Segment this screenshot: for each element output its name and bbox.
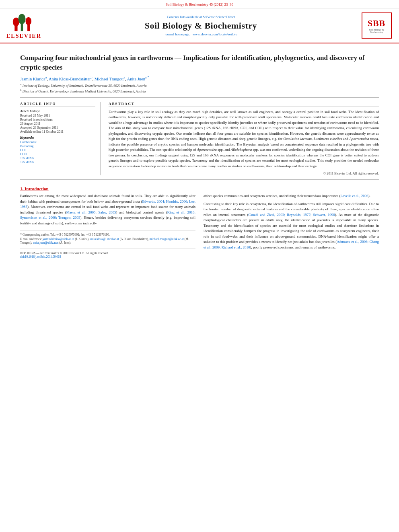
body-col-right: affect species communities and ecosystem… — [204, 193, 379, 261]
top-bar: Soil Biology & Biochemistry 45 (2012) 23… — [0, 0, 399, 8]
kw-lumbricidae[interactable]: Lumbricidae — [20, 140, 95, 144]
sciverse-line: Contents lists available at SciVerse Sci… — [41, 15, 360, 19]
affil-a-2: a — [123, 76, 125, 79]
intro-heading: 1. Introduction — [20, 186, 379, 191]
bottom-copyright: 0038-0717/$ — see front matter © 2011 El… — [20, 251, 195, 255]
authors-line: Jasmin Klaricaa, Anita Kloss-Brandstätte… — [20, 76, 379, 81]
affil-a-star: a,* — [145, 76, 149, 79]
author-anita-k: Anita Kloss-Brandstätter — [49, 76, 91, 81]
homepage-url[interactable]: www.elsevier.com/locate/soilbio — [193, 32, 237, 36]
affiliation-a: a Institute of Ecology, University of In… — [20, 83, 379, 88]
article-body-two-col: ARTICLE INFO Article history: Received 2… — [20, 102, 379, 176]
history-revised: Received in revised form — [20, 118, 95, 121]
kw-barcoding[interactable]: Barcoding — [20, 144, 95, 148]
abstract-text: Earthworms play a key role in soil ecolo… — [109, 109, 379, 169]
history-label: Article history: — [20, 109, 95, 113]
homepage-line: journal homepage: www.elsevier.com/locat… — [41, 32, 360, 36]
abstract-col: ABSTRACT Earthworms play a key role in s… — [109, 102, 379, 176]
sbbb-full2: Biochemistry — [370, 31, 383, 33]
affiliation-b: b Division of Genetic Epidemiology, Inns… — [20, 88, 379, 93]
homepage-label: journal homepage: — [165, 32, 190, 36]
article-info-col: ARTICLE INFO Article history: Received 2… — [20, 102, 101, 176]
sciverse-prefix: Contents lists available at — [167, 15, 203, 19]
journal-header: ELSEVIER Contents lists available at Sci… — [0, 8, 399, 43]
footnote-section: * Corresponding author. Tel.: +43 0 5125… — [20, 230, 195, 244]
sbbb-abbr: SBB — [368, 18, 386, 29]
journal-reference: Soil Biology & Biochemistry 45 (2012) 23… — [166, 2, 233, 6]
journal-title-header: Soil Biology & Biochemistry — [41, 21, 360, 31]
keywords-label: Keywords: — [20, 136, 95, 140]
divider-2 — [20, 179, 379, 180]
doi-line[interactable]: doi:10.1016/j.soilbio.2011.09.018 — [20, 255, 195, 259]
keywords-section: Keywords: Lumbricidae Barcoding COI COII… — [20, 136, 95, 164]
history-revised-date: 29 August 2011 — [20, 122, 95, 125]
article-history: Article history: Received 28 May 2011 Re… — [20, 109, 95, 134]
intro-para-3: Contrasting to their key role in ecosyst… — [204, 201, 379, 251]
elsevier-wordmark: ELSEVIER — [6, 33, 41, 39]
sbbb-logo-box: SBB Soil Biology & Biochemistry — [362, 12, 392, 39]
intro-para-2: affect species communities and ecosystem… — [204, 193, 379, 199]
elsevier-logo-left: ELSEVIER — [6, 12, 41, 39]
author-anita-j: Anita Juen — [127, 76, 145, 81]
author-jasmin: Jasmin Klarica — [20, 76, 45, 81]
body-section: 1. Introduction Earthworms are among the… — [20, 186, 379, 261]
abstract-heading: ABSTRACT — [109, 102, 379, 107]
body-col-left: Earthworms are among the most widespread… — [20, 193, 195, 261]
elsevier-tree-icon — [12, 12, 36, 32]
footnote-star-line: * Corresponding author. Tel.: +43 0 5125… — [20, 233, 195, 236]
article-info-heading: ARTICLE INFO — [20, 102, 95, 107]
history-received: Received 28 May 2011 — [20, 114, 95, 117]
svg-point-5 — [26, 17, 32, 25]
divider-1 — [20, 97, 379, 98]
journal-logo-right: SBB Soil Biology & Biochemistry — [360, 12, 393, 39]
history-accepted: Accepted 26 September 2011 — [20, 126, 95, 129]
affil-b: b — [91, 76, 93, 79]
body-two-col: Earthworms are among the most widespread… — [20, 193, 379, 261]
kw-16s[interactable]: 16S rDNA — [20, 156, 95, 160]
author-michael: Michael Traugott — [95, 76, 124, 81]
footnote-email-line: E-mail addresses: jasmin.klarica@uibk.ac… — [20, 237, 195, 244]
sciverse-link[interactable]: SciVerse ScienceDirect — [203, 15, 235, 19]
main-content: Comparing four mitochondrial genes in ea… — [0, 43, 399, 267]
article-title: Comparing four mitochondrial genes in ea… — [20, 53, 379, 72]
kw-coi[interactable]: COI — [20, 148, 95, 152]
journal-center-section: Contents lists available at SciVerse Sci… — [41, 15, 360, 36]
intro-para-1: Earthworms are among the most widespread… — [20, 193, 195, 226]
kw-coii[interactable]: COII — [20, 152, 95, 156]
affil-a-1: a — [45, 76, 47, 79]
bottom-bar-left: 0038-0717/$ — see front matter © 2011 El… — [20, 249, 195, 261]
history-online: Available online 11 October 2011 — [20, 130, 95, 134]
kw-12s[interactable]: 12S rDNA — [20, 160, 95, 164]
copyright-line: © 2011 Elsevier Ltd. All rights reserved… — [109, 171, 379, 175]
svg-point-3 — [19, 14, 26, 24]
